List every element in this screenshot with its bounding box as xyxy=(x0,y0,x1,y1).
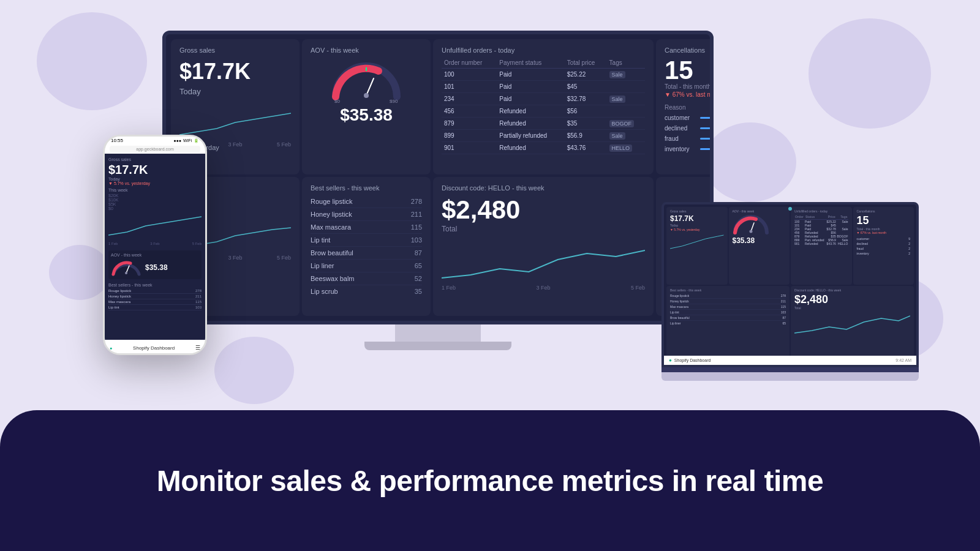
aov-title: AOV - this week xyxy=(311,47,422,54)
svg-text:$90: $90 xyxy=(390,99,398,103)
gross-sales-amount: $17.7K xyxy=(179,59,291,84)
table-row: 100 Paid $25.22 Sale xyxy=(442,69,645,81)
seller-count: 35 xyxy=(415,288,422,295)
dashboard: Gross sales $17.7K Today 1 Feb 3 Feb 5 F… xyxy=(166,34,710,321)
phone-vs: ▼ 5.7% vs. yesterday xyxy=(108,181,202,186)
table-row: 456 Refunded $56 xyxy=(442,105,645,118)
table-row: 234 Paid $32.78 Sale xyxy=(442,93,645,105)
cancel-number: 15 xyxy=(665,58,714,83)
seller-row: Beeswax balm 52 xyxy=(311,272,422,285)
monitor-stand xyxy=(395,324,481,342)
seller-name: Lip tint xyxy=(311,236,330,244)
chart-date-2: 3 Feb xyxy=(228,141,242,148)
seller-count: 211 xyxy=(411,211,422,218)
orders-title: Unfulfilled orders - today xyxy=(442,47,645,54)
seller-count: 52 xyxy=(415,275,422,282)
phone-bottom-label: Shopify Dashboard xyxy=(133,345,175,351)
seller-row: Honey lipstick 211 xyxy=(311,208,422,221)
gross-sales-today: Today xyxy=(179,87,291,96)
phone-seller-row: Honey lipstick211 xyxy=(108,294,202,299)
phone-aov-title: AOV - this week xyxy=(111,253,199,257)
reason-item: customer 9 xyxy=(665,114,714,121)
mini-sellers: Best sellers - this week Rouge lipstick2… xyxy=(666,286,790,363)
seller-count: 87 xyxy=(415,249,422,257)
seller-name: Honey lipstick xyxy=(311,211,352,218)
monitor: Gross sales $17.7K Today 1 Feb 3 Feb 5 F… xyxy=(162,31,714,350)
phone-amount: $17.7K xyxy=(108,163,202,177)
cancel-vs: ▼ 67% vs. last month xyxy=(665,91,714,98)
mini-unfulfilled-title: Unfulfilled orders - today xyxy=(794,209,848,213)
col-order: Order number xyxy=(442,58,497,69)
reason-item: inventory 2 xyxy=(665,146,714,152)
phone-aov-amount: $35.38 xyxy=(145,263,168,272)
discount-chart-date-3: 5 Feb xyxy=(631,285,645,291)
col-tags: Tags xyxy=(607,58,645,69)
gauge-container: $0 $90 $35.38 xyxy=(311,58,422,127)
reason-item: declined 2 xyxy=(665,125,714,132)
seller-name: Rouge lipstick xyxy=(311,198,352,205)
mini-gross-title: Gross sales xyxy=(670,209,724,213)
seller-count: 65 xyxy=(415,262,422,269)
mini-discount: Discount code: HELLO - this week $2,480 … xyxy=(791,286,914,363)
cancel-title: Cancellations xyxy=(665,47,714,54)
monitor-screen: Gross sales $17.7K Today 1 Feb 3 Feb 5 F… xyxy=(162,31,714,324)
phone-sellers-title: Best sellers - this week xyxy=(108,283,202,287)
phone-date-2: 3 Feb xyxy=(150,242,159,246)
table-row: 101 Paid $45 xyxy=(442,81,645,93)
mini-unfulfilled: Unfulfilled orders - today Order Status … xyxy=(791,207,852,285)
laptop-dot xyxy=(788,207,792,211)
col-status: Payment status xyxy=(497,58,564,69)
laptop-base xyxy=(662,372,919,381)
headline: Monitor sales & performance metrics in r… xyxy=(157,464,823,498)
bottom-section: Monitor sales & performance metrics in r… xyxy=(0,410,980,551)
phone-sellers-list: Rouge lipstick278Honey lipstick211Max ma… xyxy=(108,288,202,310)
phone-date-3: 5 Feb xyxy=(192,242,202,246)
aov-amount: $35.38 xyxy=(340,105,393,125)
seller-row: Lip liner 65 xyxy=(311,260,422,272)
phone-bottom-bar: ● Shopify Dashboard ☰ xyxy=(105,342,205,353)
phone-status-bar: 10:55 ●●● WiFi 🔋 xyxy=(105,137,205,144)
phone-dashboard: Gross sales $17.7K Today ▼ 5.7% vs. yest… xyxy=(105,154,205,340)
monitor-base xyxy=(364,342,511,350)
laptop-label: Shopify Dashboard xyxy=(674,358,711,362)
reason-title: Reason xyxy=(665,104,714,111)
phone-seller-row: Rouge lipstick278 xyxy=(108,288,202,294)
reason-item: fraud 2 xyxy=(665,135,714,142)
discount-amount: $2,480 xyxy=(442,195,645,225)
sellers-title: Best sellers - this week xyxy=(311,184,422,192)
orders-table: Order number Payment status Total price … xyxy=(442,58,645,154)
table-row: 901 Refunded $43.76 HELLO xyxy=(442,142,645,154)
seller-row: Rouge lipstick 278 xyxy=(311,195,422,208)
seller-row: Brow beautiful 87 xyxy=(311,247,422,260)
chart-date-3: 5 Feb xyxy=(277,141,291,148)
seller-count: 115 xyxy=(411,223,422,231)
svg-text:$0: $0 xyxy=(334,99,340,103)
cancel-subtitle: Total - this month xyxy=(665,83,714,90)
orders-card: Unfulfilled orders - today Order number … xyxy=(433,39,654,174)
svg-point-2 xyxy=(364,93,369,98)
discount-label: Total xyxy=(442,225,645,233)
mini-aov-title: AOV - this week xyxy=(733,209,786,213)
discount-chart-date-2: 3 Feb xyxy=(536,285,550,291)
mini-aov: AOV - this week $35.38 xyxy=(729,207,790,285)
seller-name: Beeswax balm xyxy=(311,275,355,282)
laptop-time: 9:42 AM xyxy=(895,358,911,362)
seller-row: Lip tint 103 xyxy=(311,234,422,247)
mini-cancel-title: Cancellations xyxy=(857,209,911,213)
svg-point-8 xyxy=(749,230,752,233)
svg-line-1 xyxy=(366,78,374,96)
discount-chart-date-1: 1 Feb xyxy=(442,285,456,291)
phone-time: 10:55 xyxy=(111,138,123,143)
laptop-screen: Gross sales $17.7K Today ▼ 5.7% vs. yest… xyxy=(662,202,919,367)
seller-row: Max mascara 115 xyxy=(311,221,422,234)
laptop-hinge xyxy=(662,367,919,372)
laptop: Gross sales $17.7K Today ▼ 5.7% vs. yest… xyxy=(662,202,919,381)
mini-gross-amount: $17.7K xyxy=(670,214,724,223)
chart2-date-3: 5 Feb xyxy=(277,255,291,261)
phone-seller-row: Max mascara115 xyxy=(108,299,202,305)
best-sellers-card: Best sellers - this week Rouge lipstick … xyxy=(302,177,431,316)
table-row: 879 Refunded $35 BOGOF xyxy=(442,118,645,130)
seller-count: 103 xyxy=(411,236,422,244)
phone-seller-row: Lip tint103 xyxy=(108,305,202,310)
aov-card: AOV - this week $0 $90 xyxy=(302,39,431,174)
